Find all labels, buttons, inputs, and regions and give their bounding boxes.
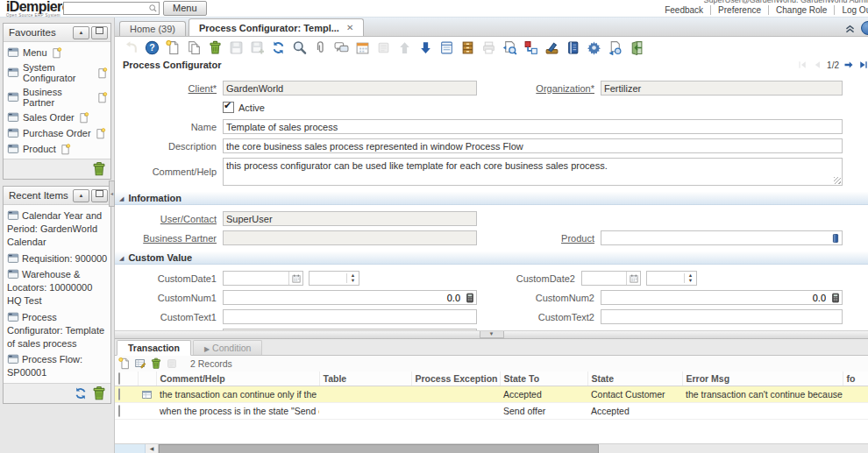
customdate1-time-field[interactable] [309,273,346,284]
user-contact-field[interactable] [223,211,477,226]
tab-process-configurator[interactable]: Process Configurator: Templ... ✕ [189,18,364,36]
col-clipped[interactable]: fo [843,372,868,386]
favourite-item[interactable]: Product [6,141,109,157]
recent-item[interactable]: Requisition: 900000 [6,251,109,267]
row-checkbox[interactable] [118,388,120,400]
recent-item[interactable]: Warehouse & Locators: 10000000 HQ Test [6,266,109,309]
client-field[interactable] [223,81,477,96]
recent-collapse-button[interactable]: ▲ [73,189,89,202]
copy-record-icon[interactable] [187,40,202,55]
recent-item[interactable]: Process Flow: SP00001 [6,351,109,381]
splitter-grip-icon[interactable]: ▼ [480,331,504,338]
favourite-item[interactable]: Menu [6,45,109,60]
edit-toggle-icon[interactable] [134,357,146,370]
attachment-icon[interactable] [313,40,328,55]
favourite-item[interactable]: Purchase Order [6,125,109,141]
spinner-down-icon[interactable]: ▼ [688,279,693,284]
favourites-collapse-button[interactable]: ▲ [73,26,89,39]
client-label[interactable]: Client* [115,83,223,94]
favourite-item[interactable]: Sales Order [6,110,109,125]
favourites-popout-button[interactable] [91,26,108,39]
calendar-picker-icon[interactable] [626,272,640,285]
spinner-down-icon[interactable]: ▼ [351,279,355,284]
select-all-checkbox[interactable] [118,372,120,385]
new-row-icon[interactable] [118,357,131,370]
customdate2-field[interactable] [582,273,626,284]
new-record-icon[interactable] [60,144,71,155]
scroll-left-icon[interactable]: ◀ [146,444,159,453]
organization-label[interactable]: Organization* [477,83,601,94]
grid-toggle-icon[interactable] [439,40,454,55]
col-state-to[interactable]: State To [500,372,587,386]
archive-icon[interactable] [460,40,475,55]
help-icon[interactable]: ? [145,40,160,55]
favourite-item[interactable]: Business Partner [6,85,109,110]
change-role-link[interactable]: Change Role [768,5,834,15]
table-row[interactable]: when the process is in the state "Send o… [115,403,868,420]
section-custom-value[interactable]: ◢ Custom Value [115,251,868,265]
detail-splitter[interactable]: ▼ [115,330,868,339]
col-comment-help[interactable]: Comment/Help [156,372,319,386]
recent-item[interactable]: Process Configurator: Template of sales … [6,309,109,352]
search-input[interactable] [64,4,148,13]
col-table[interactable]: Table [319,372,411,386]
help-bubble-icon[interactable] [861,21,868,35]
new-record-icon[interactable] [96,92,108,103]
new-record-icon[interactable] [78,112,89,124]
scrollbar-thumb[interactable] [159,444,599,453]
feedback-link[interactable]: Feedback [658,5,710,15]
business-partner-field[interactable] [223,230,477,245]
customtext2-field[interactable] [601,309,843,324]
product-label[interactable]: Product [477,233,601,244]
menu-button[interactable]: Menu [163,1,207,16]
new-record-icon[interactable] [95,128,106,139]
calculator-icon[interactable] [463,291,476,304]
tab-home[interactable]: Home (39) [119,21,186,36]
comment-help-field[interactable]: this process configurator can be used li… [223,158,843,186]
name-field[interactable] [223,119,843,134]
report-icon[interactable] [566,40,580,55]
calendar-icon[interactable] [355,40,370,55]
scrollbar-track[interactable] [159,444,868,453]
new-record-icon[interactable] [51,47,62,59]
customdate1-field[interactable] [224,273,288,284]
section-information[interactable]: ◢ Information [115,192,868,205]
product-field[interactable] [601,232,829,244]
next-record-icon[interactable] [843,60,854,70]
col-process-exception[interactable]: Process Exception [411,372,500,386]
preference-link[interactable]: Preference [710,5,768,15]
row-form-icon[interactable] [141,389,153,400]
favourite-item[interactable]: System Configurator [6,60,109,85]
product-info-icon[interactable] [829,231,842,244]
favourites-trash-icon[interactable] [91,161,107,177]
exit-icon[interactable] [629,40,644,55]
refresh-icon[interactable] [271,40,286,55]
chat-icon[interactable] [334,40,349,55]
workflow-icon[interactable] [523,40,538,55]
active-checkbox[interactable] [223,102,234,113]
col-error-msg[interactable]: Error Msg [682,372,843,386]
row-checkbox[interactable] [118,405,120,417]
recent-item[interactable]: Calendar Year and Period: GardenWorld Ca… [6,208,109,251]
workflow-activities-icon[interactable] [544,40,559,55]
next-record-icon[interactable] [418,40,433,55]
report-find-icon[interactable] [502,40,517,55]
customnum2-field[interactable] [601,292,829,303]
delete-row-icon[interactable] [150,357,162,370]
recent-popout-button[interactable] [91,189,108,202]
user-contact-label[interactable]: User/Contact [115,214,223,224]
new-record-icon[interactable] [166,40,181,55]
calculator-icon[interactable] [829,291,842,304]
business-partner-label[interactable]: Business Partner [115,233,223,244]
recent-refresh-icon[interactable] [74,386,88,400]
tab-close-icon[interactable]: ✕ [346,21,353,35]
sidebar-splitter-handle[interactable]: ◂ [109,180,115,207]
tab-condition[interactable]: ▶Condition [193,340,263,355]
collapse-header-icon[interactable] [844,23,856,34]
process-icon[interactable] [587,40,601,55]
find-icon[interactable] [292,40,307,55]
global-search[interactable] [63,2,160,15]
customdate2-time-field[interactable] [647,273,684,284]
log-out-link[interactable]: Log Out [834,5,868,15]
col-state[interactable]: State [587,372,682,386]
